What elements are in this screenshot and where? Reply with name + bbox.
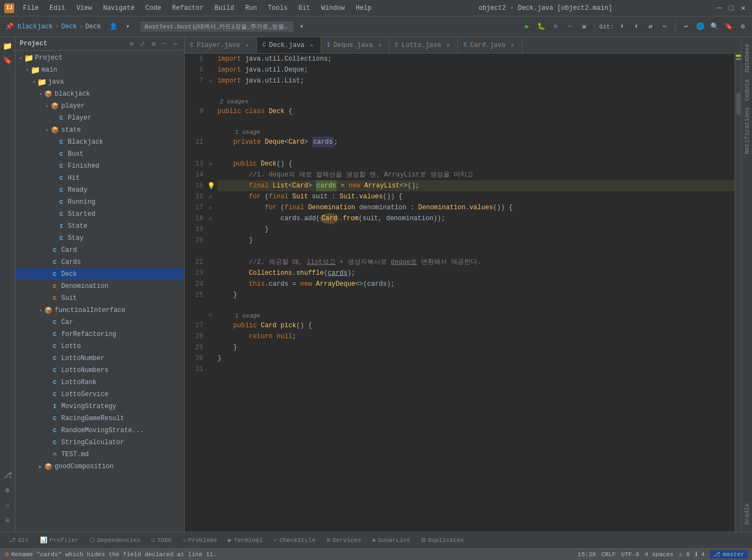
tree-item-Deck[interactable]: C Deck [15,268,184,280]
more-run-icon[interactable]: ⋯ [564,21,576,33]
tree-item-state[interactable]: ▾ 📦 state [15,124,184,136]
bottom-tab-sonarlint[interactable]: ◈ SonarLint [368,535,415,545]
coverage-button[interactable]: ⊙ [550,21,562,33]
tree-item-StringCalculator[interactable]: C StringCalculator [15,437,184,449]
panel-label-codota[interactable]: Codota [744,77,750,103]
side-icon-git[interactable]: ⎇ [1,468,14,481]
indent-info[interactable]: 4 spaces [645,551,674,558]
tree-item-RandomMovingStrate[interactable]: C RandomMovingStrate... [15,425,184,437]
tree-item-TEST-md[interactable]: M TEST.md [15,449,184,461]
tab-Player-java[interactable]: C Player.java ✕ [185,37,257,53]
menu-item-file[interactable]: File [19,3,43,13]
bottom-tab-dependencies[interactable]: ⬡ Dependencies [85,535,145,545]
tab-Deck-java[interactable]: C Deck.java ✕ [257,37,321,53]
side-icon-structure[interactable]: ≡ [1,514,14,527]
side-icon-project[interactable]: 📁 [1,39,14,52]
tree-item-LottoRank[interactable]: C LottoRank [15,376,184,388]
tree-item-project[interactable]: ▾ 📁 Project [15,52,184,64]
cursor-position[interactable]: 15:29 [578,551,596,558]
git-push-icon[interactable]: ⬆ [630,21,642,33]
panel-label-notifications[interactable]: Notifications [744,105,750,156]
tree-item-MovingStrategy[interactable]: I MovingStrategy [15,400,184,412]
side-icon-commit[interactable]: ○ [1,499,14,512]
bottom-tab-terminal[interactable]: ▶ Terminal [224,535,267,545]
tree-item-Car[interactable]: C Car [15,316,184,328]
tree-item-Card[interactable]: C Card [15,244,184,256]
menu-item-git[interactable]: Git [294,3,315,13]
menu-item-view[interactable]: View [72,3,97,13]
tree-item-functioalInterface[interactable]: ▾ 📦 functioalInterface [15,304,184,316]
tree-item-Hit[interactable]: C Hit [15,172,184,184]
run-config-label[interactable]: BustTest.bust상태에서_카드1장을_추가로_받을때_예외가_발생한다 [140,21,293,32]
translate-icon[interactable]: 🌐 [694,21,706,33]
menu-item-refactor[interactable]: Refactor [168,3,208,13]
user-icon[interactable]: 👤 [108,21,120,33]
tree-item-blackjack[interactable]: ▾ 📦 blackjack [15,88,184,100]
chevron-down-icon[interactable]: ▾ [122,21,134,33]
menu-item-code[interactable]: Code [141,3,166,13]
code-content[interactable]: import java.util.Collections; import jav… [215,54,735,532]
line-ending[interactable]: CRLF [601,551,615,558]
panel-label-database[interactable]: Database [744,42,750,75]
bottom-tab-duplicates[interactable]: ⧉ Duplicates [417,536,468,545]
tree-item-Finished[interactable]: C Finished [15,160,184,172]
maximize-button[interactable]: □ [727,4,736,13]
tree-item-Ready[interactable]: C Ready [15,184,184,196]
bookmark-icon[interactable]: 🔖 [722,21,735,33]
git-merge-icon[interactable]: ⇄ [644,21,656,33]
panel-settings-icon[interactable]: ⚙ [149,39,158,48]
panel-gear-icon[interactable]: ⋯ [171,39,180,48]
debug-button[interactable]: 🐛 [536,21,548,33]
settings-icon[interactable]: ⚙ [737,21,749,33]
breadcrumb-blackjack[interactable]: blackjack [17,23,53,31]
tab-close-deck[interactable]: ✕ [308,42,315,49]
tree-item-Cards[interactable]: C Cards [15,256,184,268]
tab-close-player[interactable]: ✕ [243,42,251,49]
tree-item-LottoNumbers[interactable]: C LottoNumbers [15,364,184,376]
tree-item-forRefactoring[interactable]: C forRefactoring [15,328,184,340]
tab-Deque-java[interactable]: I Deque.java ✕ [321,37,390,53]
close-button[interactable]: ✕ [739,4,748,13]
menu-item-window[interactable]: Window [317,3,349,13]
charset[interactable]: UTF-8 [621,551,639,558]
side-icon-pull-requests[interactable]: ⊕ [1,484,14,497]
tree-item-main[interactable]: ▾ 📁 main [15,64,184,76]
tree-item-Denomination[interactable]: E Denomination [15,280,184,292]
menu-item-edit[interactable]: Edit [45,3,70,13]
toolbar-pin-icon[interactable]: 📌 [3,21,15,33]
menu-item-tools[interactable]: Tools [263,3,292,13]
git-branch[interactable]: ⎇ master [710,550,748,558]
tree-item-Bust[interactable]: C Bust [15,148,184,160]
bottom-tab-checkstyle[interactable]: ✓ CheckStyle [269,535,320,545]
tree-item-RacingGameResult[interactable]: C RacingGameResult [15,412,184,425]
breadcrumb-deck[interactable]: Deck [85,23,101,31]
bottom-tab-profiler[interactable]: 📊 Profiler [36,535,83,545]
breadcrumb-deck-pkg[interactable]: Deck [61,23,77,31]
menu-item-build[interactable]: Build [210,3,238,13]
tab-close-lotto[interactable]: ✕ [444,42,452,49]
tree-item-Blackjack[interactable]: C Blackjack [15,136,184,148]
tree-item-Started[interactable]: C Started [15,208,184,220]
tree-item-java[interactable]: ▾ 📁 java [15,76,184,88]
menu-item-run[interactable]: Run [240,3,261,13]
git-pull-icon[interactable]: ⬇ [616,21,628,33]
git-more-icon[interactable]: ⋯ [659,21,671,33]
search-icon[interactable]: 🔍 [708,21,720,33]
bottom-tab-problems[interactable]: ⚠ Problems [178,535,221,545]
tree-item-State[interactable]: I State [15,220,184,232]
tree-item-goodComposition[interactable]: ▶ 📦 goodComposition [15,461,184,473]
panel-locate-icon[interactable]: ⊙ [127,39,136,48]
tree-item-Stay[interactable]: C Stay [15,232,184,244]
tree-item-LottoNumber[interactable]: C LottoNumber [15,352,184,364]
run-button[interactable]: ▶ [521,21,533,33]
bottom-tab-todo[interactable]: ☑ TODO [147,535,176,545]
stop-button[interactable]: ◼ [578,21,590,33]
tree-item-Lotto[interactable]: C Lotto [15,340,184,352]
tab-Card-java[interactable]: C Card.java ✕ [458,37,522,53]
undo-button[interactable]: ↩ [680,21,692,33]
dropdown-arrow-icon[interactable]: ▾ [296,21,308,33]
tree-item-Running[interactable]: C Running [15,196,184,208]
tab-close-deque[interactable]: ✕ [376,42,384,49]
panel-label-gradle[interactable]: Gradle [744,501,750,527]
side-icon-bookmark[interactable]: 🔖 [1,54,14,67]
